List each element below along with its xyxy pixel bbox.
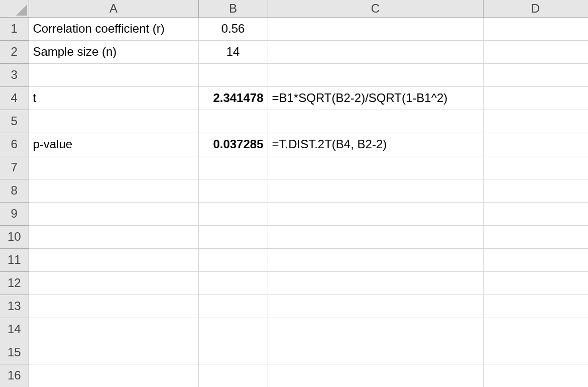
cell-B3[interactable] [198,63,268,86]
row-header-8[interactable]: 8 [0,179,29,202]
cell-A11[interactable] [29,248,198,271]
cell-B9[interactable] [198,202,268,225]
cell-D10[interactable] [483,225,588,248]
column-header-A[interactable]: A [29,0,198,17]
cell-A2[interactable]: Sample size (n) [29,40,198,63]
cell-B10[interactable] [198,225,268,248]
cell-D6[interactable] [483,133,588,156]
cell-A7[interactable] [29,156,198,179]
cell-B6[interactable]: 0.037285 [198,133,268,156]
cell-D16[interactable] [483,364,588,387]
row-header-5[interactable]: 5 [0,110,29,133]
cell-B14[interactable] [198,318,268,341]
svg-marker-0 [16,5,27,16]
cell-B11[interactable] [198,248,268,271]
cell-C7[interactable] [268,156,483,179]
cell-A1[interactable]: Correlation coefficient (r) [29,17,198,40]
cell-B8[interactable] [198,179,268,202]
cell-A10[interactable] [29,225,198,248]
cell-C2[interactable] [268,40,483,63]
cell-D13[interactable] [483,295,588,318]
cell-A14[interactable] [29,318,198,341]
cell-D7[interactable] [483,156,588,179]
cell-C1[interactable] [268,17,483,40]
cell-D8[interactable] [483,179,588,202]
cell-D3[interactable] [483,63,588,86]
cell-B2[interactable]: 14 [198,40,268,63]
row-header-11[interactable]: 11 [0,248,29,271]
column-header-C[interactable]: C [268,0,483,17]
cell-D12[interactable] [483,271,588,295]
cell-A5[interactable] [29,110,198,133]
row-header-3[interactable]: 3 [0,63,29,86]
cell-C16[interactable] [268,364,483,387]
cell-C12[interactable] [268,271,483,295]
cell-C3[interactable] [268,63,483,86]
cell-A13[interactable] [29,295,198,318]
row-header-4[interactable]: 4 [0,86,29,110]
column-header-B[interactable]: B [198,0,268,17]
cell-A6[interactable]: p-value [29,133,198,156]
cell-A9[interactable] [29,202,198,225]
cell-C13[interactable] [268,295,483,318]
cell-B5[interactable] [198,110,268,133]
cell-C8[interactable] [268,179,483,202]
cell-C4[interactable]: =B1*SQRT(B2-2)/SQRT(1-B1^2) [268,86,483,110]
cell-D15[interactable] [483,341,588,364]
row-header-9[interactable]: 9 [0,202,29,225]
row-header-13[interactable]: 13 [0,295,29,318]
row-header-7[interactable]: 7 [0,156,29,179]
row-header-12[interactable]: 12 [0,271,29,295]
row-header-16[interactable]: 16 [0,364,29,387]
cell-B15[interactable] [198,341,268,364]
cell-D2[interactable] [483,40,588,63]
cell-D1[interactable] [483,17,588,40]
row-header-6[interactable]: 6 [0,133,29,156]
cell-B13[interactable] [198,295,268,318]
cell-B4[interactable]: 2.341478 [198,86,268,110]
cell-B1[interactable]: 0.56 [198,17,268,40]
cell-C9[interactable] [268,202,483,225]
row-header-14[interactable]: 14 [0,318,29,341]
cell-D4[interactable] [483,86,588,110]
cell-A12[interactable] [29,271,198,295]
cell-C6[interactable]: =T.DIST.2T(B4, B2-2) [268,133,483,156]
row-header-2[interactable]: 2 [0,40,29,63]
cell-C10[interactable] [268,225,483,248]
row-header-1[interactable]: 1 [0,17,29,40]
cell-C5[interactable] [268,110,483,133]
cell-B7[interactable] [198,156,268,179]
row-header-15[interactable]: 15 [0,341,29,364]
column-header-D[interactable]: D [483,0,588,17]
cell-A15[interactable] [29,341,198,364]
cell-A16[interactable] [29,364,198,387]
cell-B12[interactable] [198,271,268,295]
cell-D11[interactable] [483,248,588,271]
cell-A3[interactable] [29,63,198,86]
cell-D14[interactable] [483,318,588,341]
cell-C11[interactable] [268,248,483,271]
select-all-corner[interactable] [0,0,29,17]
cell-A8[interactable] [29,179,198,202]
spreadsheet-grid[interactable]: ABCD1Correlation coefficient (r)0.562Sam… [0,0,588,387]
cell-D5[interactable] [483,110,588,133]
row-header-10[interactable]: 10 [0,225,29,248]
cell-C15[interactable] [268,341,483,364]
cell-D9[interactable] [483,202,588,225]
cell-B16[interactable] [198,364,268,387]
cell-A4[interactable]: t [29,86,198,110]
cell-C14[interactable] [268,318,483,341]
